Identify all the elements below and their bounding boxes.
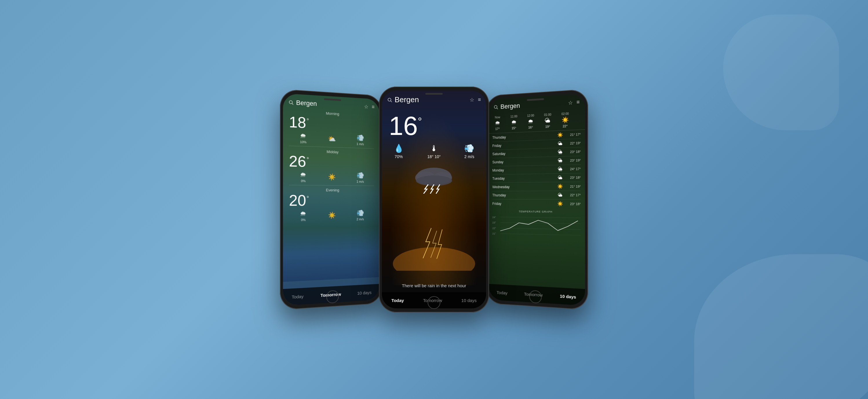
screen-right: Bergen ☆ ≡ Now 🌧 17° 11:00 🌧 (489, 93, 585, 306)
header-icons-left: ☆ ≡ (364, 104, 375, 110)
evening-sun: ☀️ (328, 212, 336, 219)
morning-wind: 💨 1 m/s (356, 134, 364, 146)
humidity-icon: 💧 (394, 144, 404, 153)
forecast-friday-2: Friday ☀️ 23° 18° (492, 199, 581, 208)
svg-point-9 (494, 105, 497, 108)
humidity-value: 70% (395, 154, 403, 159)
midday-section: Midday 26° 🌧 0% ☀️ (283, 148, 379, 186)
main-temp-value: 16 (389, 113, 418, 139)
svg-line-10 (497, 108, 498, 109)
forecast-wednesday: Wednesday ☀️ 21° 19° (492, 182, 581, 191)
graph-title: TEMPERATURE GRAPH (492, 210, 581, 213)
midday-sun: ☀️ (328, 173, 336, 181)
phone-right: Bergen ☆ ≡ Now 🌧 17° 11:00 🌧 (486, 89, 588, 310)
star-icon-left[interactable]: ☆ (364, 104, 369, 110)
forecast-tuesday: Tuesday 🌥 23° 18° (492, 173, 581, 183)
tab-today-right[interactable]: Today (492, 287, 512, 298)
midday-rain: 🌧 0% (300, 171, 307, 183)
graph-area: 24° 23° 22° 21° (492, 214, 581, 241)
city-center: Bergen (395, 95, 467, 104)
hour-0100: 01:00 🌥 19° (541, 113, 555, 129)
speaker-center (425, 93, 443, 95)
menu-icon-right[interactable]: ≡ (577, 99, 580, 106)
tab-today-center[interactable]: Today (387, 296, 408, 305)
header-icons-right: ☆ ≡ (568, 99, 580, 106)
svg-text:23°: 23° (492, 221, 496, 224)
tab-10days-right[interactable]: 10 days (555, 291, 581, 302)
storm-cloud-svg (411, 165, 457, 194)
morning-section: Morning 18° 🌧 10% ⛅ (283, 109, 379, 149)
star-icon-center[interactable]: ☆ (470, 97, 474, 103)
stat-humidity: 💧 70% (394, 144, 404, 159)
storm-cloud (382, 162, 486, 194)
svg-point-0 (289, 100, 292, 104)
svg-text:24°: 24° (492, 216, 496, 219)
wind-value: 2 m/s (464, 154, 474, 159)
forecast-list: Thursday ☀️ 21° 17° Friday 🌥 22° 19° Sat… (489, 130, 585, 208)
search-icon-left[interactable] (288, 100, 294, 105)
hour-1200: 12:00 🌧 16° (524, 114, 537, 130)
morning-icons-row: 🌧 10% ⛅ 💨 1 m/s (289, 130, 374, 149)
tab-10days-left[interactable]: 10 days (353, 287, 376, 298)
star-icon-right[interactable]: ☆ (568, 99, 573, 106)
stat-temp-range: 🌡 18° 10° (427, 144, 441, 159)
home-button-center[interactable] (428, 296, 440, 309)
hour-0200: 02:00 ☀️ 22° (558, 112, 572, 128)
svg-text:21°: 21° (492, 232, 496, 235)
midday-wind: 💨 1 m/s (356, 172, 364, 183)
stat-wind: 💨 2 m/s (464, 144, 474, 159)
evening-temp-row: 20° (289, 193, 374, 208)
search-icon-right[interactable] (493, 104, 498, 110)
hour-now: Now 🌧 17° (491, 115, 504, 131)
midday-temp: 26° (289, 154, 309, 169)
menu-icon-center[interactable]: ≡ (478, 97, 481, 103)
main-temp-display: 16 ° (389, 113, 479, 139)
midday-temp-row: 26° (289, 154, 374, 171)
city-left: Bergen (296, 99, 362, 110)
thermometer-icon: 🌡 (430, 144, 438, 153)
rain-message: There will be rain in the next hour (382, 283, 486, 288)
evening-icons-row: 🌧 0% ☀️ 💨 2 m/s (289, 208, 374, 224)
temp-graph: TEMPERATURE GRAPH 24° 23° 22° (489, 208, 585, 241)
svg-line-14 (500, 234, 581, 235)
svg-line-1 (292, 103, 293, 104)
phones-container: Bergen ☆ ≡ Morning 18° (280, 87, 588, 312)
morning-sun: ⛅ (328, 135, 336, 143)
tab-10days-center[interactable]: 10 days (457, 296, 481, 305)
screen-left: Bergen ☆ ≡ Morning 18° (283, 93, 379, 306)
evening-rain: 🌧 0% (300, 210, 307, 222)
svg-point-3 (388, 98, 391, 101)
svg-point-8 (416, 175, 452, 186)
svg-line-13 (500, 228, 581, 230)
bg-decoration-1 (694, 254, 868, 399)
svg-point-2 (393, 247, 475, 271)
forecast-thursday-2: Thursday 🌥 22° 17° (492, 191, 581, 199)
phone-center: Bergen ☆ ≡ 16 ° 💧 (379, 87, 489, 312)
phone-left: Bergen ☆ ≡ Morning 18° (280, 89, 382, 310)
midday-icons-row: 🌧 0% ☀️ 💨 1 m/s (289, 169, 374, 186)
screen-center: Bergen ☆ ≡ 16 ° 💧 (382, 91, 486, 308)
morning-temp: 18° (289, 114, 309, 130)
temp-range-value: 18° 10° (427, 154, 441, 159)
stats-row: 💧 70% 🌡 18° 10° 💨 2 m/s (382, 139, 486, 159)
svg-text:22°: 22° (492, 227, 496, 230)
svg-line-12 (500, 223, 581, 224)
lightning-bg (382, 213, 486, 271)
svg-line-4 (391, 101, 392, 102)
forecast-monday: Monday 🌦 24° 17° (492, 165, 581, 175)
bg-decoration-2 (723, 14, 839, 130)
city-right: Bergen (500, 99, 566, 110)
header-icons-center: ☆ ≡ (470, 97, 481, 103)
evening-temp: 20° (289, 193, 309, 208)
hour-1100: 11:00 🌧 15° (507, 115, 520, 130)
evening-wind: 💨 2 m/s (356, 209, 364, 221)
graph-svg: 24° 23° 22° 21° (492, 214, 581, 241)
menu-icon-left[interactable]: ≡ (372, 104, 375, 110)
morning-rain: 🌧 10% (300, 132, 307, 144)
svg-line-11 (500, 217, 581, 218)
main-temp-area: 16 ° (382, 107, 486, 139)
evening-section: Evening 20° 🌧 0% ☀️ (283, 188, 379, 224)
main-temp-degree: ° (418, 117, 422, 127)
search-icon-center[interactable] (387, 97, 392, 102)
tab-today-left[interactable]: Today (287, 291, 308, 302)
